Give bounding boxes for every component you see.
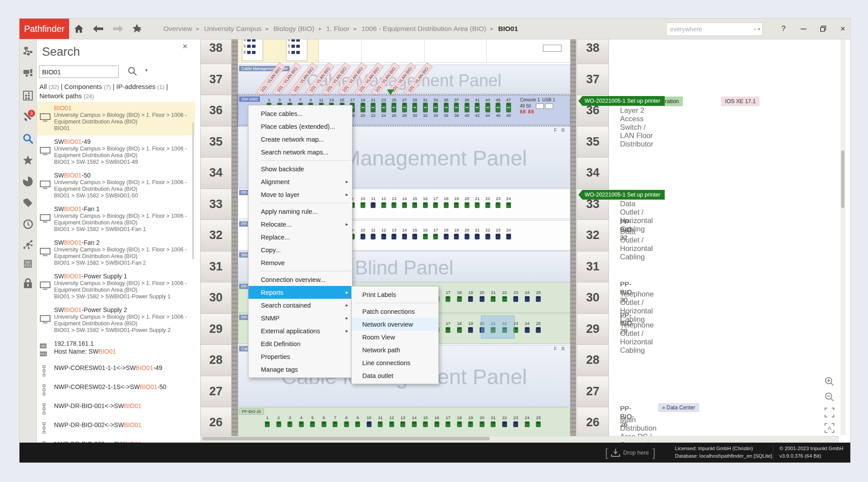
vertical-scroll-thumb[interactable] (841, 150, 845, 208)
port-icon[interactable] (457, 296, 462, 302)
rack-unit-26[interactable]: 26 (200, 407, 232, 439)
crumb-1006-equipment-distribution-area-bio[interactable]: 1006 - Equipment Distribution Area (BIO) (360, 25, 488, 33)
result-swbio01-49[interactable]: SWBIO01-49University Campus > Biology (B… (36, 135, 195, 169)
menu-item-place-cables-extended[interactable]: Place cables (extended)... (248, 120, 352, 133)
patch-port[interactable]: 21 (472, 228, 483, 239)
menu-item-properties[interactable]: Properties (248, 350, 352, 363)
result-nwp-coresw01-1-1-swbio01-49[interactable]: NWP-CORESW01-1-1<->SWBIO01-49 (36, 361, 195, 380)
menu-item-snmp[interactable]: SNMP▸ (248, 312, 352, 324)
rack-unit-34[interactable]: 34 (577, 158, 609, 189)
port-icon[interactable] (444, 234, 449, 239)
port-icon[interactable] (446, 421, 450, 427)
submenu-item-patch-connections[interactable]: Patch connections (352, 305, 438, 318)
port-icon[interactable] (491, 296, 496, 302)
back-button[interactable] (90, 21, 106, 36)
vertical-scrollbar[interactable] (841, 39, 845, 435)
help-button[interactable]: ? (775, 20, 792, 37)
patch-port[interactable]: 12 (386, 415, 398, 427)
favorite-button[interactable] (130, 21, 146, 36)
port-icon[interactable] (412, 202, 417, 208)
patch-port[interactable]: 18 (441, 196, 452, 208)
patch-port[interactable]: 15 (410, 196, 420, 208)
sidebar-item-components[interactable] (19, 65, 36, 82)
port-icon[interactable] (536, 327, 541, 333)
port-icon[interactable] (475, 202, 480, 208)
patch-port[interactable]: 16 (420, 228, 431, 239)
sidebar-item-security[interactable] (19, 274, 36, 292)
results-scrollbar[interactable] (192, 122, 194, 259)
patch-port[interactable]: 17 (442, 321, 454, 333)
patch-port[interactable]: 23 (510, 415, 522, 427)
patch-port[interactable]: 19 (465, 415, 477, 427)
menu-item-copy[interactable]: Copy... (248, 243, 352, 256)
patch-port[interactable]: 21 (488, 415, 499, 427)
result-swbio01-power-supply-2[interactable]: SWBIO01-Power Supply 2University Campus … (36, 304, 195, 337)
rack-unit-38[interactable]: 38 (577, 39, 609, 64)
port-icon[interactable] (468, 296, 473, 302)
result-swbio01-power-supply-1[interactable]: SWBIO01-Power Supply 1University Campus … (36, 270, 195, 304)
patch-port[interactable]: 19 (465, 321, 477, 333)
horizontal-scrollbar[interactable] (200, 436, 839, 442)
patch-port[interactable]: 18 (454, 415, 465, 427)
result-swbio01-50[interactable]: SWBIO01-50University Campus > Biology (B… (36, 169, 195, 203)
switch-port-icon[interactable] (381, 103, 386, 112)
port-icon[interactable] (513, 421, 518, 427)
panel-row38[interactable]: 456 456 (238, 39, 570, 63)
rack-unit-37[interactable]: 37 (200, 64, 232, 96)
forward-button[interactable] (110, 21, 126, 36)
port-icon[interactable] (378, 421, 383, 427)
menu-item-external-applications[interactable]: External applications▸ (248, 324, 352, 337)
sidebar-item-planning[interactable] (19, 87, 36, 104)
port-icon[interactable] (480, 296, 484, 302)
patch-port[interactable]: 20 (477, 290, 488, 302)
search-input[interactable] (39, 66, 119, 78)
port-icon[interactable] (446, 327, 450, 333)
port-icon[interactable] (536, 296, 541, 302)
barcode-icon[interactable] (758, 25, 760, 33)
switch-port-column[interactable]: 2728 (399, 97, 410, 118)
port-icon[interactable] (391, 234, 396, 239)
port-icon[interactable] (536, 421, 541, 427)
port-icon[interactable] (371, 202, 376, 208)
rack-unit-35[interactable]: 35 (200, 127, 232, 158)
patch-port[interactable]: 11 (368, 228, 379, 239)
patch-port[interactable]: 10 (364, 415, 375, 427)
patch-port[interactable]: 23 (510, 290, 522, 302)
result-nwp-coresw02-1-1s-swbio01-50[interactable]: NWP-CORESW02-1-1S<->SWBIO01-50 (36, 380, 195, 399)
port-icon[interactable] (423, 234, 428, 239)
rack-unit-28[interactable]: 28 (577, 345, 609, 376)
crumb-bio01[interactable]: BIO01 (496, 25, 520, 33)
switch-port-column[interactable]: 2324 (379, 97, 389, 118)
menu-item-remove[interactable]: Remove (248, 256, 352, 269)
rack-unit-27[interactable]: 27 (577, 376, 609, 408)
submenu-item-print-labels[interactable]: Print Labels (352, 288, 438, 301)
port-icon[interactable] (457, 327, 462, 333)
patch-port[interactable]: 17 (442, 415, 454, 427)
patch-port[interactable]: 12 (379, 228, 389, 239)
menu-item-show-backside[interactable]: Show backside (248, 162, 352, 175)
label-view-button[interactable]: A (822, 420, 837, 436)
port-icon[interactable] (412, 421, 417, 427)
port-icon[interactable] (491, 421, 496, 427)
menu-item-apply-naming-rule[interactable]: Apply naming rule... (248, 205, 352, 218)
patch-port[interactable]: 22 (499, 415, 511, 427)
menu-item-search-contained[interactable]: Search contained▸ (248, 299, 352, 312)
port-icon[interactable] (389, 421, 394, 427)
menu-item-create-network-map[interactable]: Create network map... (248, 133, 352, 146)
port-icon[interactable] (496, 234, 500, 239)
switch-port-column[interactable]: 4142 (472, 97, 483, 118)
patch-port[interactable]: 23 (493, 196, 504, 208)
patch-port[interactable]: 24 (522, 415, 533, 427)
patch-port[interactable]: 4 (296, 415, 307, 427)
patch-port[interactable]: 16 (431, 415, 443, 427)
patch-port[interactable]: 11 (368, 196, 379, 208)
port-icon[interactable] (454, 202, 459, 208)
port-icon[interactable] (423, 421, 428, 427)
restore-button[interactable] (815, 20, 832, 37)
port-icon[interactable] (525, 327, 530, 333)
menu-item-move-to-layer[interactable]: Move to layer▸ (248, 188, 352, 201)
port-icon[interactable] (344, 421, 349, 427)
port-icon[interactable] (454, 234, 459, 239)
port-icon[interactable] (360, 202, 365, 208)
port-icon[interactable] (434, 421, 439, 427)
